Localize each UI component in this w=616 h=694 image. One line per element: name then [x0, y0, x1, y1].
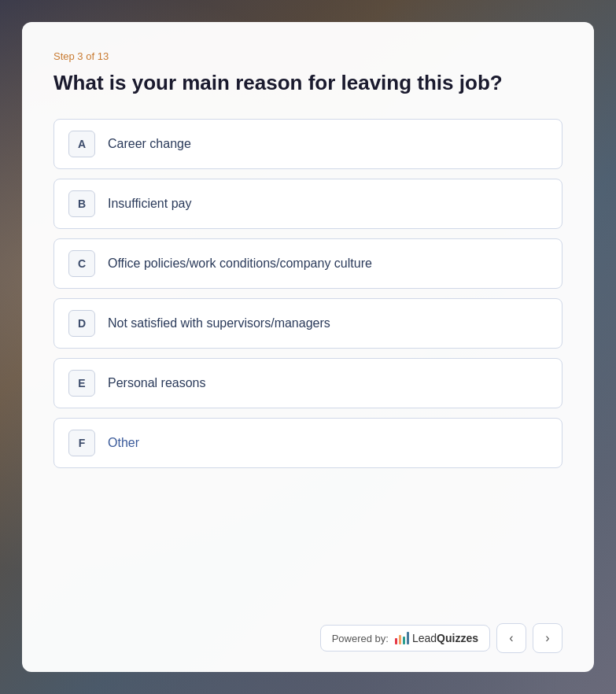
- option-text-b: Insufficient pay: [108, 197, 191, 211]
- option-item-b[interactable]: BInsufficient pay: [53, 179, 563, 229]
- option-text-f: Other: [108, 436, 139, 450]
- option-letter-c: C: [68, 250, 95, 277]
- option-text-e: Personal reasons: [108, 376, 206, 390]
- option-item-c[interactable]: COffice policies/work conditions/company…: [53, 238, 563, 289]
- question-title: What is your main reason for leaving thi…: [53, 70, 563, 97]
- logo-bar: [399, 635, 401, 644]
- quiz-card: Step 3 of 13 What is your main reason fo…: [22, 22, 594, 672]
- option-letter-f: F: [68, 430, 95, 456]
- logo-bar: [403, 637, 405, 644]
- option-text-a: Career change: [108, 137, 191, 151]
- powered-by-badge: Powered by: LeadQuizzes: [320, 625, 490, 652]
- logo-bar: [407, 632, 409, 644]
- logo-text-light: Lead: [412, 632, 437, 644]
- logo-text-bold: Quizzes: [437, 632, 478, 644]
- footer: Powered by: LeadQuizzes ‹ ›: [53, 623, 563, 653]
- options-list: ACareer changeBInsufficient payCOffice p…: [53, 119, 563, 607]
- logo-bars: [395, 632, 409, 644]
- logo-text: LeadQuizzes: [412, 632, 478, 644]
- option-letter-e: E: [68, 370, 95, 397]
- option-item-e[interactable]: EPersonal reasons: [53, 358, 563, 408]
- option-letter-b: B: [68, 190, 95, 217]
- option-item-a[interactable]: ACareer change: [53, 119, 563, 169]
- logo-bar: [395, 638, 397, 644]
- option-item-f[interactable]: FOther: [53, 418, 563, 468]
- option-letter-d: D: [68, 310, 95, 337]
- leadquizzes-logo: LeadQuizzes: [395, 632, 478, 644]
- step-label: Step 3 of 13: [53, 50, 563, 62]
- powered-by-label: Powered by:: [332, 633, 389, 644]
- option-text-c: Office policies/work conditions/company …: [108, 257, 372, 271]
- next-button[interactable]: ›: [533, 623, 563, 653]
- option-item-d[interactable]: DNot satisfied with supervisors/managers: [53, 298, 563, 349]
- option-letter-a: A: [68, 131, 95, 157]
- option-text-d: Not satisfied with supervisors/managers: [108, 316, 330, 330]
- prev-button[interactable]: ‹: [496, 623, 526, 653]
